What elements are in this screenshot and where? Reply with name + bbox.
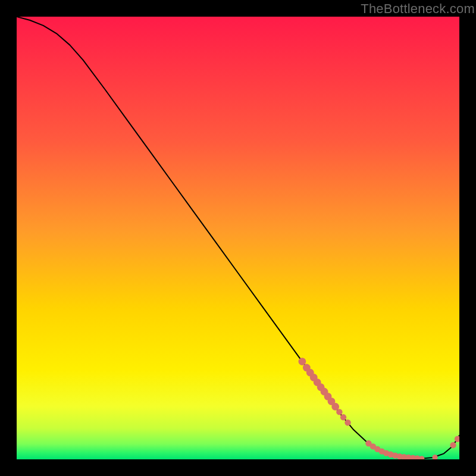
watermark-text: TheBottleneck.com	[361, 1, 475, 17]
plot-svg	[17, 17, 459, 459]
highlight-point	[336, 409, 342, 415]
highlight-point	[345, 419, 350, 425]
highlight-point	[450, 442, 456, 448]
plot-area	[17, 17, 459, 459]
plot-background	[17, 17, 459, 459]
highlight-point	[298, 358, 306, 365]
highlight-point	[340, 414, 346, 420]
chart-stage: TheBottleneck.com	[0, 0, 476, 476]
